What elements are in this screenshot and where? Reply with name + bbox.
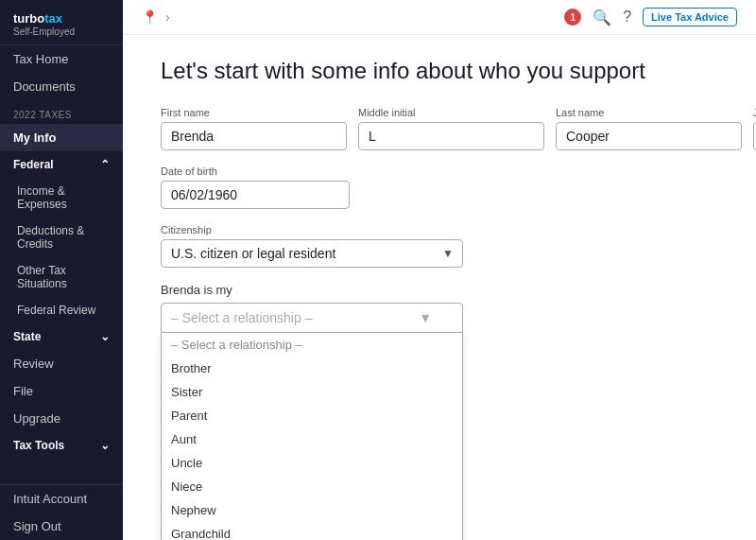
sidebar: turbotax Self-Employed Tax Home Document… bbox=[0, 0, 123, 540]
sidebar-logo: turbotax Self-Employed bbox=[0, 0, 123, 45]
citizenship-label: Citizenship bbox=[161, 224, 463, 235]
dropdown-option-uncle[interactable]: Uncle bbox=[162, 451, 462, 475]
notification-badge[interactable]: 1 bbox=[564, 9, 581, 26]
relationship-label-row: Brenda is my bbox=[161, 283, 718, 297]
app-name: turbotax bbox=[13, 11, 110, 26]
citizenship-group: Citizenship U.S. citizen or legal reside… bbox=[161, 224, 463, 268]
relationship-dropdown-trigger[interactable]: – Select a relationship – ▼ bbox=[161, 303, 463, 333]
middle-initial-group: Middle initial bbox=[358, 107, 544, 150]
sidebar-item-tax-tools[interactable]: Tax Tools ⌄ bbox=[0, 432, 123, 459]
relationship-arrow-icon: ▼ bbox=[419, 310, 432, 325]
sidebar-item-review[interactable]: Review bbox=[0, 350, 123, 377]
first-name-input[interactable] bbox=[161, 122, 347, 150]
sidebar-item-federal-review[interactable]: Federal Review bbox=[0, 297, 123, 323]
dropdown-option-niece[interactable]: Niece bbox=[162, 475, 462, 498]
last-name-group: Last name bbox=[556, 107, 742, 150]
citizenship-select-wrapper: U.S. citizen or legal resident Nonreside… bbox=[161, 239, 463, 268]
main-content: 📍 › 1 🔍 ? Live Tax Advice Let's start wi… bbox=[123, 0, 756, 540]
sidebar-item-tax-home[interactable]: Tax Home bbox=[0, 45, 123, 73]
relationship-dropdown-container: – Select a relationship – ▼ – Select a r… bbox=[161, 303, 463, 333]
location-icon: 📍 bbox=[142, 9, 158, 25]
dropdown-option-parent[interactable]: Parent bbox=[162, 404, 462, 427]
sidebar-item-sign-out[interactable]: Sign Out bbox=[0, 513, 123, 540]
sidebar-item-my-info[interactable]: My Info bbox=[0, 124, 123, 151]
content-area: Let's start with some info about who you… bbox=[123, 35, 756, 540]
sidebar-item-documents[interactable]: Documents bbox=[0, 73, 123, 100]
first-name-group: First name bbox=[161, 107, 347, 150]
middle-initial-label: Middle initial bbox=[358, 107, 544, 118]
topbar-right: 1 🔍 ? Live Tax Advice bbox=[564, 8, 737, 26]
citizenship-row: Citizenship U.S. citizen or legal reside… bbox=[161, 224, 718, 268]
relationship-placeholder: – Select a relationship – bbox=[171, 310, 312, 325]
dropdown-option-aunt[interactable]: Aunt bbox=[162, 427, 462, 451]
name-row: First name Middle initial Last name Jr, … bbox=[161, 107, 718, 150]
relationship-dropdown-list: – Select a relationship – Brother Sister… bbox=[161, 333, 463, 540]
sidebar-item-state[interactable]: State ⌄ bbox=[0, 323, 123, 350]
sidebar-bottom: Intuit Account Sign Out bbox=[0, 484, 123, 540]
search-button[interactable]: 🔍 bbox=[593, 9, 611, 26]
dropdown-option-placeholder[interactable]: – Select a relationship – bbox=[162, 333, 462, 357]
dropdown-option-sister[interactable]: Sister bbox=[162, 380, 462, 404]
dob-input[interactable] bbox=[161, 181, 350, 209]
topbar-left: 📍 › bbox=[142, 9, 170, 25]
breadcrumb-arrow: › bbox=[165, 9, 170, 25]
sidebar-item-deductions-credits[interactable]: Deductions & Credits bbox=[0, 218, 123, 257]
first-name-label: First name bbox=[161, 107, 347, 118]
live-tax-advice-button[interactable]: Live Tax Advice bbox=[643, 8, 737, 26]
help-button[interactable]: ? bbox=[623, 9, 631, 26]
page-title: Let's start with some info about who you… bbox=[161, 58, 718, 84]
sidebar-item-file[interactable]: File bbox=[0, 377, 123, 405]
sidebar-item-intuit-account[interactable]: Intuit Account bbox=[0, 485, 123, 513]
last-name-input[interactable] bbox=[556, 122, 742, 150]
middle-initial-input[interactable] bbox=[358, 122, 544, 150]
topbar: 📍 › 1 🔍 ? Live Tax Advice bbox=[123, 0, 756, 35]
dob-group: Date of birth bbox=[161, 165, 350, 209]
dropdown-option-brother[interactable]: Brother bbox=[162, 357, 462, 380]
sidebar-item-other-tax[interactable]: Other Tax Situations bbox=[0, 257, 123, 297]
sidebar-item-upgrade[interactable]: Upgrade bbox=[0, 405, 123, 432]
dob-label: Date of birth bbox=[161, 165, 350, 177]
dropdown-option-nephew[interactable]: Nephew bbox=[162, 498, 462, 522]
sidebar-item-income-expenses[interactable]: Income & Expenses bbox=[0, 178, 123, 218]
sidebar-section-2022-taxes: 2022 TAXES bbox=[0, 100, 123, 124]
dropdown-option-grandchild[interactable]: Grandchild bbox=[162, 522, 462, 540]
last-name-label: Last name bbox=[556, 107, 742, 118]
sidebar-item-federal[interactable]: Federal ⌃ bbox=[0, 151, 123, 178]
app-sub: Self-Employed bbox=[13, 26, 110, 37]
citizenship-select[interactable]: U.S. citizen or legal resident Nonreside… bbox=[161, 239, 463, 268]
dob-row: Date of birth bbox=[161, 165, 718, 209]
